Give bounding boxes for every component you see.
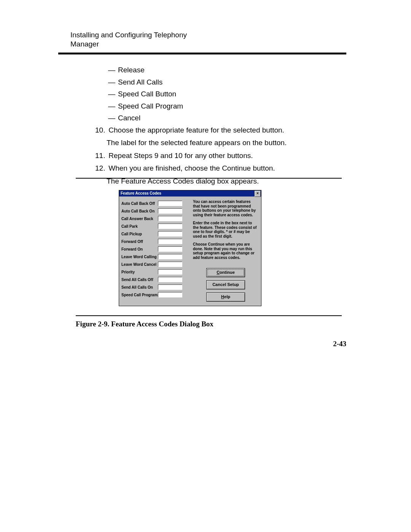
- continue-button[interactable]: CContinueontinue: [206, 268, 245, 277]
- feature-code-input[interactable]: [158, 246, 182, 252]
- feature-label: Call Park: [121, 224, 158, 228]
- list-item: Cancel: [118, 114, 140, 122]
- feature-access-codes-dialog: Feature Access Codes × Auto Call Back Of…: [119, 190, 261, 306]
- numbered-steps: 10. Choose the appropriate feature for t…: [95, 125, 339, 187]
- feature-label: Forward On: [121, 247, 158, 251]
- help-button[interactable]: HelpHelp: [206, 292, 245, 302]
- dialog-title: Feature Access Codes: [121, 191, 161, 195]
- running-header: Installing and Configuring Telephony Man…: [70, 30, 206, 49]
- feature-label: Send All Calls On: [121, 285, 158, 289]
- dialog-info-text: You can access certain features that hav…: [193, 200, 257, 264]
- step-number: 11.: [95, 150, 107, 161]
- figure-rule-bottom: [76, 315, 342, 316]
- figure-caption: Figure 2-9. Feature Access Codes Dialog …: [76, 320, 213, 328]
- feature-code-input[interactable]: [158, 269, 182, 275]
- feature-code-list: Auto Call Back Off Auto Call Back On Cal…: [121, 200, 186, 299]
- feature-code-input[interactable]: [158, 216, 182, 221]
- feature-label: Auto Call Back Off: [121, 201, 158, 206]
- list-item: Release: [118, 66, 145, 74]
- list-item: Speed Call Button: [118, 90, 176, 98]
- page-number: 2-43: [333, 340, 346, 348]
- feature-code-input[interactable]: [158, 277, 182, 282]
- step-text: Repeat Steps 9 and 10 for any other butt…: [108, 150, 329, 161]
- feature-code-input[interactable]: [158, 208, 182, 214]
- feature-label: Priority: [121, 270, 158, 274]
- header-rule: [58, 53, 346, 54]
- feature-label: Send All Calls Off: [121, 278, 158, 282]
- feature-code-input[interactable]: [158, 262, 182, 267]
- step-text: Choose the appropriate feature for the s…: [108, 125, 329, 136]
- feature-code-input[interactable]: [158, 284, 182, 290]
- step-number: 12.: [95, 163, 107, 174]
- step-number: 10.: [95, 125, 107, 136]
- feature-label: Forward Off: [121, 240, 158, 244]
- cancel-setup-button[interactable]: Cancel Setup: [206, 280, 245, 289]
- feature-code-input[interactable]: [158, 239, 182, 244]
- feature-label: Auto Call Back On: [121, 209, 158, 213]
- body-text: —Release —Send All Calls —Speed Call But…: [95, 65, 339, 189]
- close-icon[interactable]: ×: [255, 191, 261, 197]
- feature-label: Call Pickup: [121, 232, 158, 236]
- step-continuation: The label for the selected feature appea…: [107, 137, 339, 148]
- feature-code-input[interactable]: [158, 231, 182, 236]
- list-item: Speed Call Program: [118, 102, 183, 110]
- figure-rule-top: [76, 178, 342, 179]
- feature-label: Leave Word Cancel: [121, 262, 158, 267]
- feature-label: Leave Word Calling: [121, 255, 158, 259]
- feature-code-input[interactable]: [158, 292, 182, 297]
- list-item: Send All Calls: [118, 78, 162, 86]
- feature-code-input[interactable]: [158, 201, 182, 206]
- feature-code-input[interactable]: [158, 254, 182, 259]
- feature-dash-list: —Release —Send All Calls —Speed Call But…: [108, 65, 339, 123]
- feature-label: Speed Call Program: [121, 293, 158, 297]
- feature-code-input[interactable]: [158, 224, 182, 229]
- dialog-titlebar: Feature Access Codes ×: [119, 190, 261, 197]
- feature-label: Call Answer Back: [121, 217, 158, 221]
- step-text: When you are finished, choose the Contin…: [108, 163, 329, 174]
